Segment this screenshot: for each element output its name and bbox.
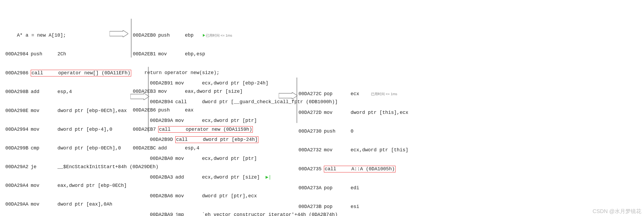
svg-marker-0	[110, 30, 128, 37]
watermark: CSDN @水月梦镜花	[592, 208, 641, 215]
separator-bar	[297, 78, 297, 123]
asm-row: 00DA2EB1movebp,esp	[133, 51, 253, 57]
asm-row: 00DA273Apopedi	[298, 185, 408, 191]
separator-bar	[131, 19, 131, 57]
asm-row: 00DA2EB0pushebp ▶已用时间 <= 1ms	[133, 32, 253, 38]
highlight-call-op-new-arr: calloperator new[] (0DA11EFh)	[31, 70, 131, 76]
asm-row: 00DA2730push0	[298, 128, 408, 134]
perf-hint: 已用时间 <= 1ms	[371, 92, 397, 97]
svg-marker-1	[130, 93, 149, 100]
svg-marker-2	[279, 92, 297, 99]
perf-hint: ▶已用时间 <= 1ms	[202, 33, 232, 38]
asm-row: 00DA272Cpopecx 已用时间 <= 1ms	[298, 91, 408, 97]
arrow-right-icon	[110, 30, 128, 37]
asm-row: 00DA2732movecx,dword ptr [this]	[298, 147, 408, 153]
current-step-icon: ▶|	[266, 174, 271, 180]
arrow-right-icon	[279, 92, 297, 99]
highlight-call-ebp24: calldword ptr [ebp-24h]	[175, 136, 258, 143]
disasm-block-4: 00DA272Cpopecx 已用时间 <= 1ms 00DA272Dmovdw…	[298, 78, 408, 216]
highlight-call-ctor: callA::A (0DA1005h)	[324, 166, 395, 172]
arrow-right-icon	[130, 93, 149, 100]
asm-row: 00DA273Bpopesi	[298, 204, 408, 210]
asm-row: 00DA272Dmovdword ptr [this],ecx	[298, 110, 408, 116]
asm-row: 00DA2735callA::A (0DA1005h)	[298, 166, 408, 172]
